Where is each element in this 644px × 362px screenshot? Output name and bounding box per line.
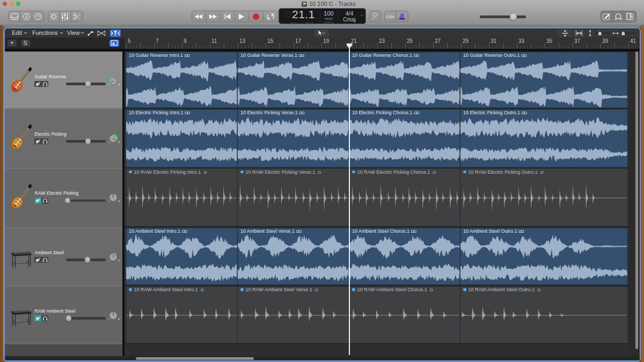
svg-text:33: 33: [518, 38, 525, 44]
svg-text:17: 17: [295, 38, 302, 44]
svg-text:9: 9: [184, 38, 187, 44]
svg-text:41: 41: [630, 38, 636, 44]
svg-text:23: 23: [379, 38, 385, 44]
svg-text:7: 7: [156, 38, 159, 44]
svg-text:27: 27: [435, 38, 441, 44]
svg-text:21: 21: [351, 38, 357, 44]
svg-text:15: 15: [267, 38, 274, 44]
svg-text:19: 19: [323, 38, 330, 44]
svg-text:11: 11: [211, 38, 217, 44]
svg-text:5: 5: [128, 38, 131, 44]
svg-text:31: 31: [491, 38, 497, 44]
svg-text:1234: 1234: [385, 14, 394, 19]
svg-text:29: 29: [463, 38, 469, 44]
svg-text:39: 39: [602, 38, 609, 44]
svg-text:35: 35: [546, 38, 553, 44]
svg-text:25: 25: [407, 38, 413, 44]
svg-text:37: 37: [574, 38, 581, 44]
svg-text:13: 13: [239, 38, 246, 44]
